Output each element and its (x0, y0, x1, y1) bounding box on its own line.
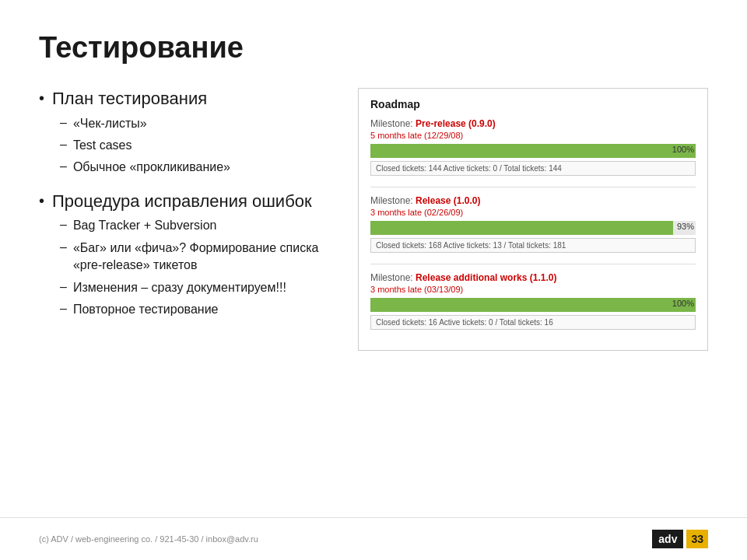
milestone-3-tickets: Closed tickets: 16 Active tickets: 0 / T… (370, 315, 696, 330)
milestone-1-sub: 5 months late (12/29/08) (370, 131, 696, 140)
dash-2-3: – (60, 280, 67, 294)
roadmap-title: Roadmap (370, 98, 696, 110)
bullet-dot-1: • (39, 89, 44, 107)
sub-text-2-1: Bag Tracker + Subversion (73, 217, 217, 234)
sub-text-1-2: Test cases (73, 137, 132, 154)
left-column: • План тестирования – «Чек-листы» – Test… (39, 88, 335, 332)
dash-1-3: – (60, 159, 67, 173)
milestone-1-name: Pre-release (0.9.0) (416, 118, 496, 129)
bullet-1-text: План тестирования (52, 89, 207, 108)
sub-item-1-1: – «Чек-листы» (52, 115, 230, 132)
milestone-3-sub: 3 months late (03/13/09) (370, 285, 696, 294)
bullet-1-content: План тестирования – «Чек-листы» – Test c… (52, 88, 230, 181)
content-area: • План тестирования – «Чек-листы» – Test… (39, 88, 708, 351)
milestone-1-progress-label: 100% (672, 145, 694, 154)
dash-1-1: – (60, 116, 67, 130)
milestone-2-progress-bar (370, 221, 673, 235)
sub-item-1-2: – Test cases (52, 137, 230, 154)
roadmap-box: Roadmap Milestone: Pre-release (0.9.0) 5… (358, 88, 708, 351)
right-column: Roadmap Milestone: Pre-release (0.9.0) 5… (358, 88, 708, 351)
sub-list-2: – Bag Tracker + Subversion – «Баг» или «… (52, 217, 335, 318)
sub-text-1-1: «Чек-листы» (73, 115, 147, 132)
footer-logo: adv 33 (652, 530, 708, 548)
milestone-1-header: Milestone: Pre-release (0.9.0) (370, 118, 696, 129)
slide-title: Тестирование (39, 31, 708, 65)
sub-text-1-3: Обычное «прокликивание» (73, 159, 230, 176)
milestone-3: Milestone: Release additional works (1.1… (370, 272, 696, 330)
milestone-2-tickets: Closed tickets: 168 Active tickets: 13 /… (370, 238, 696, 253)
sub-text-2-3: Изменения – сразу документируем!!! (73, 279, 286, 296)
sub-item-2-4: – Повторное тестирование (52, 301, 335, 318)
bullet-2-content: Процедура исправления ошибок – Bag Track… (52, 191, 335, 324)
bullet-item-2: • Процедура исправления ошибок – Bag Tra… (39, 191, 335, 324)
milestone-1: Milestone: Pre-release (0.9.0) 5 months … (370, 118, 696, 176)
bullet-2-text: Процедура исправления ошибок (52, 191, 312, 211)
milestone-1-progress-bar (370, 144, 696, 158)
sub-text-2-4: Повторное тестирование (73, 301, 219, 318)
dash-2-4: – (60, 302, 67, 316)
footer-text: (c) ADV / web-engineering co. / 921-45-3… (39, 534, 258, 544)
milestone-3-progress-label: 100% (672, 299, 694, 308)
milestone-3-header: Milestone: Release additional works (1.1… (370, 272, 696, 283)
milestone-2-sub: 3 months late (02/26/09) (370, 208, 696, 217)
milestone-3-progress-container: 100% (370, 298, 696, 312)
bullet-item-1: • План тестирования – «Чек-листы» – Test… (39, 88, 335, 181)
adv-label: adv (652, 530, 683, 548)
bullet-dot-2: • (39, 192, 44, 210)
dash-1-2: – (60, 138, 67, 152)
dash-2-1: – (60, 218, 67, 232)
sub-item-2-2: – «Баг» или «фича»? Формирование списка … (52, 240, 335, 275)
divider-2 (370, 264, 696, 264)
adv-number: 33 (686, 530, 708, 548)
slide-container: Тестирование • План тестирования – «Чек-… (0, 0, 747, 560)
sub-item-2-1: – Bag Tracker + Subversion (52, 217, 335, 234)
dash-2-2: – (60, 240, 67, 254)
footer: (c) ADV / web-engineering co. / 921-45-3… (0, 517, 747, 560)
bullet-list: • План тестирования – «Чек-листы» – Test… (39, 88, 335, 323)
milestone-2-name: Release (1.0.0) (416, 195, 480, 206)
divider-1 (370, 187, 696, 187)
milestone-2: Milestone: Release (1.0.0) 3 months late… (370, 195, 696, 253)
milestone-2-header: Milestone: Release (1.0.0) (370, 195, 696, 206)
sub-list-1: – «Чек-листы» – Test cases – Обычное «пр… (52, 115, 230, 177)
sub-text-2-2: «Баг» или «фича»? Формирование списка «p… (73, 240, 335, 275)
milestone-1-progress-container: 100% (370, 144, 696, 158)
sub-item-2-3: – Изменения – сразу документируем!!! (52, 279, 335, 296)
milestone-2-progress-container: 93% (370, 221, 696, 235)
milestone-2-progress-label: 93% (677, 222, 694, 231)
sub-item-1-3: – Обычное «прокликивание» (52, 159, 230, 176)
milestone-3-progress-bar (370, 298, 696, 312)
milestone-3-name: Release additional works (1.1.0) (416, 272, 556, 283)
milestone-1-tickets: Closed tickets: 144 Active tickets: 0 / … (370, 161, 696, 176)
